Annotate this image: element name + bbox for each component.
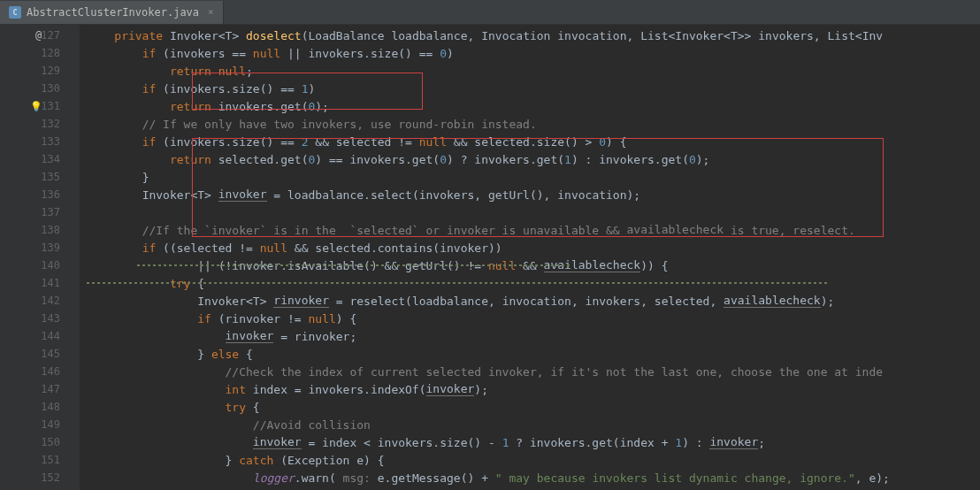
line-number: 148 [0, 398, 80, 416]
line-number: 140 [0, 256, 80, 274]
wavy-underline [137, 264, 570, 266]
code-line[interactable]: return selected.get(0) == invokers.get(0… [80, 150, 980, 168]
code-line[interactable]: Invoker<T> rinvoker = reselect(loadbalan… [80, 292, 980, 310]
code-line[interactable]: //If the `invoker` is in the `selected` … [80, 221, 980, 239]
java-class-icon: C [9, 6, 21, 19]
code-line[interactable]: if (rinvoker != null) { [80, 310, 980, 327]
line-number: 147 [0, 380, 80, 398]
line-number: 127@ [0, 27, 80, 44]
line-number: 138 [0, 221, 80, 239]
code-line[interactable]: } else { [80, 345, 980, 363]
close-icon[interactable]: × [208, 6, 214, 18]
line-number: 136 [0, 186, 80, 203]
line-number: 142 [0, 292, 80, 310]
code-line[interactable]: try { [80, 398, 980, 416]
code-line[interactable]: if (invokers.size() == 2 && selected != … [80, 133, 980, 150]
code-line[interactable]: return invokers.get(0); [80, 97, 980, 115]
line-number: 128 [0, 44, 80, 62]
line-number: 145 [0, 345, 80, 363]
code-line[interactable]: if ((selected != null && selected.contai… [80, 239, 980, 256]
editor[interactable]: 127@128129130131💡13213313413513613713813… [0, 25, 980, 490]
code-line[interactable]: private Invoker<T> doselect(LoadBalance … [80, 27, 980, 44]
line-number: 143 [0, 310, 80, 327]
line-number: 151 [0, 451, 80, 469]
wavy-underline [87, 282, 830, 284]
line-number: 131💡 [0, 97, 80, 115]
line-number: 134 [0, 150, 80, 168]
gutter: 127@128129130131💡13213313413513613713813… [0, 25, 80, 490]
line-number: 132 [0, 115, 80, 133]
line-number: 141 [0, 274, 80, 292]
line-number: 133 [0, 133, 80, 150]
intention-bulb-icon[interactable]: 💡 [30, 101, 42, 112]
line-number: 149 [0, 416, 80, 433]
tab-bar: C AbstractClusterInvoker.java × [0, 0, 980, 25]
line-number: 137 [0, 203, 80, 221]
code-line[interactable]: logger.warn( msg: e.getMessage() + " may… [80, 469, 980, 486]
line-number: 129 [0, 62, 80, 80]
code-line[interactable]: // If we only have two invokers, use rou… [80, 115, 980, 133]
line-number: 139 [0, 239, 80, 256]
code-line[interactable]: return null; [80, 62, 980, 80]
code-line[interactable]: if (invokers.size() == 1) [80, 80, 980, 97]
line-number: 135 [0, 168, 80, 186]
line-number: 152 [0, 469, 80, 486]
code-line[interactable]: } [80, 486, 980, 490]
code-line[interactable]: //Avoid collision [80, 416, 980, 433]
code-line[interactable]: } catch (Exception e) { [80, 451, 980, 469]
code-area[interactable]: private Invoker<T> doselect(LoadBalance … [80, 25, 980, 490]
code-line[interactable]: int index = invokers.indexOf(invoker); [80, 380, 980, 398]
line-number: 130 [0, 80, 80, 97]
line-number: 150 [0, 433, 80, 451]
code-line[interactable]: invoker = rinvoker; [80, 327, 980, 345]
code-line[interactable]: if (invokers == null || invokers.size() … [80, 44, 980, 62]
code-line[interactable]: //Check the index of current selected in… [80, 363, 980, 380]
line-number: 146 [0, 363, 80, 380]
code-line[interactable]: invoker = index < invokers.size() - 1 ? … [80, 433, 980, 451]
code-line[interactable]: Invoker<T> invoker = loadbalance.select(… [80, 186, 980, 203]
code-line[interactable]: } [80, 168, 980, 186]
tab-filename: AbstractClusterInvoker.java [27, 6, 199, 19]
override-marker[interactable]: @ [35, 29, 42, 42]
line-number: 153 [0, 486, 80, 490]
tab-active[interactable]: C AbstractClusterInvoker.java × [0, 1, 224, 24]
code-line[interactable] [80, 203, 980, 221]
line-number: 144 [0, 327, 80, 345]
